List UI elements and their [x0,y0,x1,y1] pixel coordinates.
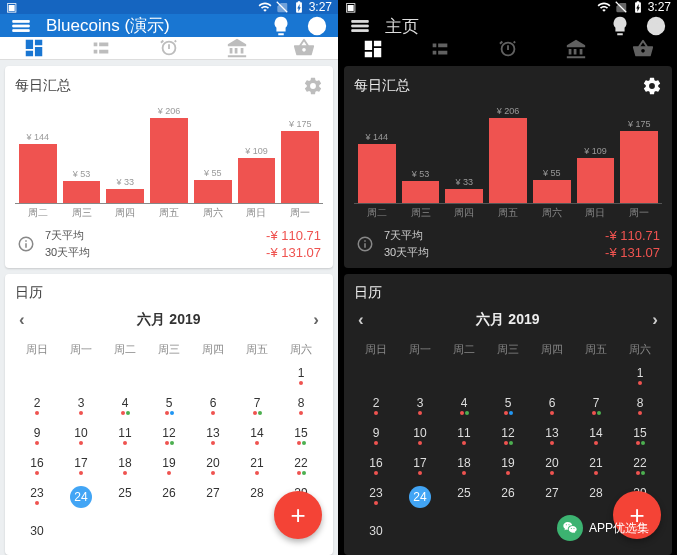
calendar-cell[interactable]: 4 [103,391,147,421]
calendar-cell[interactable]: 12 [486,421,530,451]
calendar-cell[interactable]: 23 [15,481,59,519]
calendar-cell[interactable]: 24 [59,481,103,519]
hamburger-icon[interactable] [349,15,371,37]
calendar-cell[interactable] [147,361,191,391]
calendar-cell[interactable]: 30 [15,519,59,549]
calendar-cell[interactable] [574,361,618,391]
calendar-cell[interactable] [398,519,442,549]
calendar-cell[interactable]: 22 [618,451,662,481]
tab-accounts-icon[interactable] [565,38,587,60]
calendar-cell[interactable]: 8 [618,391,662,421]
calendar-cell[interactable]: 9 [354,421,398,451]
help-icon[interactable] [306,15,328,37]
calendar-cell[interactable]: 1 [279,361,323,391]
calendar-next[interactable]: › [652,310,658,330]
calendar-cell[interactable]: 22 [279,451,323,481]
calendar-cell[interactable] [191,519,235,549]
calendar-cell[interactable]: 8 [279,391,323,421]
tab-reminder-icon[interactable] [497,38,519,60]
calendar-cell[interactable]: 25 [103,481,147,519]
calendar-cell[interactable] [15,361,59,391]
gear-icon[interactable] [642,76,662,96]
calendar-prev[interactable]: ‹ [19,310,25,330]
calendar-cell[interactable]: 27 [530,481,574,519]
calendar-cell[interactable]: 6 [191,391,235,421]
calendar-cell[interactable]: 11 [103,421,147,451]
calendar-cell[interactable]: 19 [147,451,191,481]
calendar-cell[interactable] [442,361,486,391]
tab-accounts-icon[interactable] [226,37,248,59]
calendar-cell[interactable] [442,519,486,549]
calendar-cell[interactable]: 2 [15,391,59,421]
calendar-cell[interactable]: 16 [354,451,398,481]
calendar-cell[interactable] [103,519,147,549]
lightbulb-icon[interactable] [609,15,631,37]
tab-basket-icon[interactable] [293,37,315,59]
calendar-cell[interactable]: 13 [530,421,574,451]
calendar-cell[interactable]: 21 [235,451,279,481]
calendar-cell[interactable] [191,361,235,391]
info-icon[interactable] [17,235,35,253]
calendar-cell[interactable]: 20 [191,451,235,481]
calendar-cell[interactable]: 23 [354,481,398,519]
calendar-cell[interactable] [103,361,147,391]
tab-reminder-icon[interactable] [158,37,180,59]
calendar-cell[interactable]: 14 [235,421,279,451]
calendar-cell[interactable] [59,519,103,549]
calendar-cell[interactable]: 27 [191,481,235,519]
calendar-cell[interactable] [235,361,279,391]
calendar-month[interactable]: 六月 2019 [137,311,200,329]
info-icon[interactable] [356,235,374,253]
calendar-cell[interactable] [486,361,530,391]
tab-dashboard-icon[interactable] [23,37,45,59]
calendar-cell[interactable]: 17 [59,451,103,481]
calendar-cell[interactable]: 16 [15,451,59,481]
calendar-cell[interactable]: 21 [574,451,618,481]
calendar-cell[interactable]: 12 [147,421,191,451]
calendar-cell[interactable]: 26 [486,481,530,519]
calendar-cell[interactable]: 7 [235,391,279,421]
calendar-cell[interactable]: 28 [574,481,618,519]
calendar-prev[interactable]: ‹ [358,310,364,330]
calendar-cell[interactable]: 20 [530,451,574,481]
help-icon[interactable] [645,15,667,37]
fab-add[interactable]: + [274,491,322,539]
fab-add[interactable]: + [613,491,661,539]
calendar-cell[interactable]: 10 [398,421,442,451]
calendar-cell[interactable]: 14 [574,421,618,451]
calendar-cell[interactable]: 1 [618,361,662,391]
calendar-cell[interactable] [235,519,279,549]
calendar-cell[interactable] [59,361,103,391]
calendar-cell[interactable]: 5 [147,391,191,421]
calendar-cell[interactable]: 3 [398,391,442,421]
calendar-cell[interactable]: 7 [574,391,618,421]
calendar-month[interactable]: 六月 2019 [476,311,539,329]
calendar-cell[interactable] [530,361,574,391]
calendar-cell[interactable]: 17 [398,451,442,481]
calendar-cell[interactable]: 15 [279,421,323,451]
calendar-cell[interactable]: 28 [235,481,279,519]
gear-icon[interactable] [303,76,323,96]
calendar-cell[interactable]: 25 [442,481,486,519]
tab-basket-icon[interactable] [632,38,654,60]
calendar-cell[interactable] [354,361,398,391]
calendar-cell[interactable] [486,519,530,549]
calendar-cell[interactable]: 24 [398,481,442,519]
calendar-next[interactable]: › [313,310,319,330]
calendar-cell[interactable]: 18 [103,451,147,481]
calendar-cell[interactable] [530,519,574,549]
calendar-cell[interactable]: 30 [354,519,398,549]
calendar-cell[interactable]: 5 [486,391,530,421]
lightbulb-icon[interactable] [270,15,292,37]
calendar-cell[interactable]: 18 [442,451,486,481]
calendar-cell[interactable] [574,519,618,549]
calendar-cell[interactable] [147,519,191,549]
calendar-cell[interactable]: 11 [442,421,486,451]
calendar-cell[interactable]: 6 [530,391,574,421]
calendar-cell[interactable]: 10 [59,421,103,451]
calendar-cell[interactable] [398,361,442,391]
tab-list-icon[interactable] [90,37,112,59]
calendar-cell[interactable]: 13 [191,421,235,451]
hamburger-icon[interactable] [10,15,32,37]
calendar-cell[interactable]: 3 [59,391,103,421]
